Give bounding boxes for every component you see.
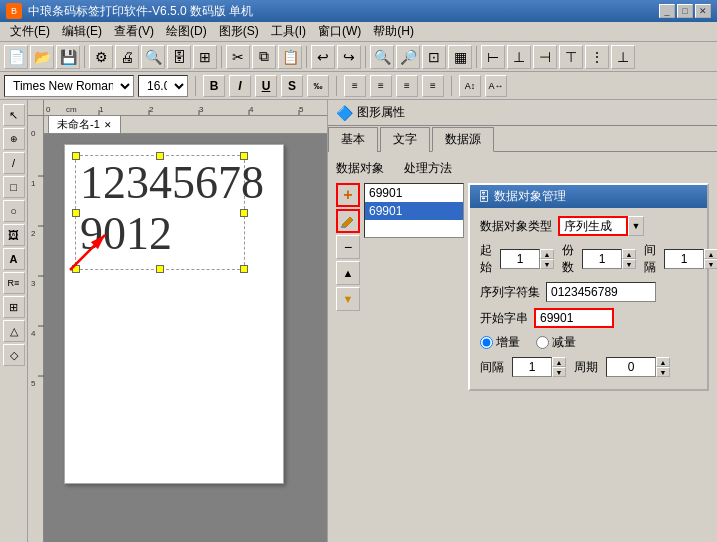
circle-tool[interactable]: ○ [3,200,25,222]
triangle-tool[interactable]: △ [3,320,25,342]
settings-button[interactable]: ⚙ [89,45,113,69]
handle-bc[interactable] [156,265,164,273]
align-center-v[interactable]: ⋮ [585,45,609,69]
interval-input[interactable] [664,249,704,269]
undo-button[interactable]: ↩ [311,45,335,69]
copies-down[interactable]: ▼ [622,259,636,269]
interval-up[interactable]: ▲ [704,249,717,259]
table-tool[interactable]: ⊞ [3,296,25,318]
decrement-radio[interactable] [536,336,549,349]
align-center-h[interactable]: ⊥ [507,45,531,69]
close-button[interactable]: ✕ [695,4,711,18]
text-tool[interactable]: A [3,248,25,270]
align-bottom[interactable]: ⊥ [611,45,635,69]
menu-edit[interactable]: 编辑(E) [56,21,108,42]
spacing-button[interactable]: A↕ [459,75,481,97]
grid-button[interactable]: ⊞ [193,45,217,69]
up-data-button[interactable]: ▲ [336,261,360,285]
barcode-tool[interactable]: R≡ [3,272,25,294]
font-size-select[interactable]: 16.0 [138,75,188,97]
interval2-input[interactable] [512,357,552,377]
down-data-button[interactable]: ▼ [336,287,360,311]
tool-2[interactable]: ⊕ [3,128,25,150]
charset-input[interactable] [546,282,656,302]
redo-button[interactable]: ↪ [337,45,361,69]
line-tool[interactable]: / [3,152,25,174]
canvas-tab[interactable]: 未命名-1 ✕ [48,116,121,133]
paste-button[interactable]: 📋 [278,45,302,69]
data-list[interactable]: 69901 69901 [364,183,464,238]
rect-tool[interactable]: □ [3,176,25,198]
start-input[interactable] [500,249,540,269]
super-button[interactable]: ‰ [307,75,329,97]
start-up[interactable]: ▲ [540,249,554,259]
period-down[interactable]: ▼ [656,367,670,377]
type-select[interactable]: 序列生成 [558,216,628,236]
handle-tr[interactable] [240,152,248,160]
cut-button[interactable]: ✂ [226,45,250,69]
handle-ml[interactable] [72,209,80,217]
handle-br[interactable] [240,265,248,273]
canvas-inner[interactable]: 未命名-1 ✕ 1 [44,116,327,542]
print-button[interactable]: 🖨 [115,45,139,69]
text-align-justify[interactable]: ≡ [422,75,444,97]
menu-help[interactable]: 帮助(H) [367,21,420,42]
copies-up[interactable]: ▲ [622,249,636,259]
period-input[interactable] [606,357,656,377]
image-tool[interactable]: 🖼 [3,224,25,246]
zoom-fit-button[interactable]: ⊡ [422,45,446,69]
bold-button[interactable]: B [203,75,225,97]
align-top[interactable]: ⊤ [559,45,583,69]
period-up[interactable]: ▲ [656,357,670,367]
db-button[interactable]: 🗄 [167,45,191,69]
text-align-center[interactable]: ≡ [370,75,392,97]
handle-tl[interactable] [72,152,80,160]
tab-close[interactable]: ✕ [104,120,112,130]
maximize-button[interactable]: □ [677,4,693,18]
menu-file[interactable]: 文件(E) [4,21,56,42]
tab-basic[interactable]: 基本 [328,127,378,152]
menu-window[interactable]: 窗口(W) [312,21,367,42]
interval2-up[interactable]: ▲ [552,357,566,367]
tab-text[interactable]: 文字 [380,127,430,152]
edit-data-button[interactable] [336,209,360,233]
zoom-in-button[interactable]: 🔍 [370,45,394,69]
copy-button[interactable]: ⧉ [252,45,276,69]
diamond-tool[interactable]: ◇ [3,344,25,366]
text-align-left[interactable]: ≡ [344,75,366,97]
menu-view[interactable]: 查看(V) [108,21,160,42]
copies-input[interactable] [582,249,622,269]
increment-radio[interactable] [480,336,493,349]
align-left-h[interactable]: ⊢ [481,45,505,69]
add-data-button[interactable]: + [336,183,360,207]
strike-button[interactable]: S [281,75,303,97]
type-dropdown-btn[interactable]: ▼ [628,216,644,236]
data-item-1[interactable]: 69901 [365,184,463,202]
decrement-radio-label[interactable]: 减量 [536,334,576,351]
tab-datasource[interactable]: 数据源 [432,127,494,152]
interval-down[interactable]: ▼ [704,259,717,269]
data-item-2[interactable]: 69901 [365,202,463,220]
italic-button[interactable]: I [229,75,251,97]
delete-data-button[interactable]: − [336,235,360,259]
open-button[interactable]: 📂 [30,45,54,69]
save-button[interactable]: 💾 [56,45,80,69]
new-button[interactable]: 📄 [4,45,28,69]
menu-draw[interactable]: 绘图(D) [160,21,213,42]
handle-mr[interactable] [240,209,248,217]
char-spacing-button[interactable]: A↔ [485,75,507,97]
zoom-out-button[interactable]: 🔎 [396,45,420,69]
align-right-h[interactable]: ⊣ [533,45,557,69]
barcode-button[interactable]: ▦ [448,45,472,69]
select-tool[interactable]: ↖ [3,104,25,126]
text-align-right[interactable]: ≡ [396,75,418,97]
menu-shape[interactable]: 图形(S) [213,21,265,42]
preview-button[interactable]: 🔍 [141,45,165,69]
menu-tools[interactable]: 工具(I) [265,21,312,42]
startstring-input[interactable] [534,308,614,328]
underline-button[interactable]: U [255,75,277,97]
start-down[interactable]: ▼ [540,259,554,269]
handle-tc[interactable] [156,152,164,160]
minimize-button[interactable]: _ [659,4,675,18]
increment-radio-label[interactable]: 增量 [480,334,520,351]
